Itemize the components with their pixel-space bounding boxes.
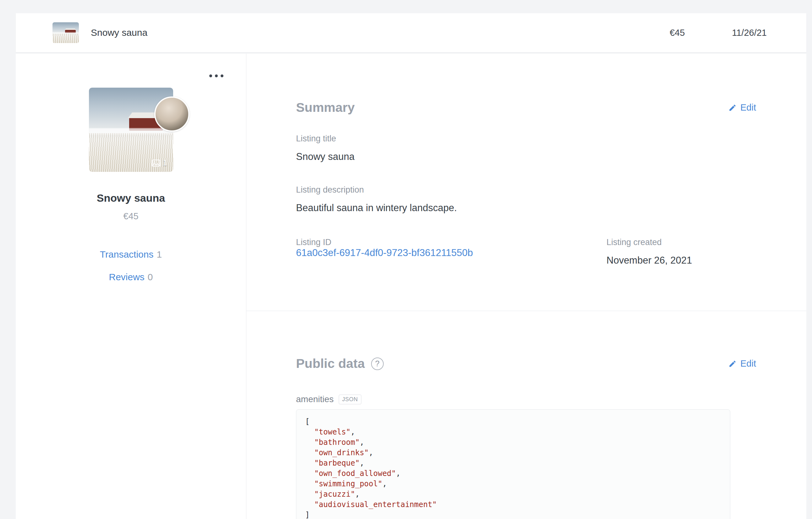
listing-description-value: Beautiful sauna in wintery landscape.	[296, 202, 756, 213]
amenities-label: amenities	[296, 394, 334, 404]
pencil-icon	[728, 360, 736, 368]
thumbnail-reeds-shape	[53, 34, 79, 43]
listing-created-label: Listing created	[607, 237, 692, 247]
image-count-badge: 1	[152, 158, 168, 168]
json-format-badge: JSON	[339, 395, 361, 404]
transactions-link-label: Transactions	[100, 249, 154, 260]
summary-section: Summary Edit Listing title Snowy sauna L…	[246, 54, 806, 266]
header-listing-title: Snowy sauna	[91, 27, 147, 38]
photo-icon	[152, 160, 160, 167]
summary-edit-button[interactable]: Edit	[728, 103, 756, 113]
summary-heading: Summary	[296, 100, 355, 115]
listing-detail-page: Snowy sauna €45 11/26/21	[0, 0, 812, 519]
listing-created-field: Listing created November 26, 2021	[607, 237, 692, 266]
listing-description-field: Listing description Beautiful sauna in w…	[296, 185, 756, 213]
image-count-value: 1	[163, 158, 168, 168]
header-listing-price: €45	[670, 28, 685, 38]
pencil-icon	[728, 104, 736, 112]
public-data-heading-text: Public data	[296, 356, 365, 371]
listing-id-label: Listing ID	[296, 237, 607, 247]
reviews-count: 0	[148, 272, 153, 282]
public-data-edit-button[interactable]: Edit	[728, 358, 756, 369]
listing-header-bar: Snowy sauna €45 11/26/21	[16, 13, 806, 52]
more-actions-button[interactable]	[209, 75, 224, 77]
sidebar-link-reviews[interactable]: Reviews0	[16, 272, 246, 283]
public-data-edit-label: Edit	[741, 358, 756, 369]
listing-created-value: November 26, 2021	[607, 255, 692, 266]
sidebar-listing-title: Snowy sauna	[16, 192, 246, 204]
transactions-count: 1	[156, 249, 162, 260]
sidebar-listing-price: €45	[16, 211, 246, 222]
listing-main-panel: Summary Edit Listing title Snowy sauna L…	[246, 54, 806, 519]
listing-detail-card: 1 Snowy sauna €45 Transactions1 Reviews0…	[16, 54, 806, 519]
listing-meta-row: Listing ID 61a0c3ef-6917-4df0-9723-bf361…	[296, 237, 756, 266]
ellipsis-icon	[209, 75, 212, 77]
reviews-link-label: Reviews	[109, 272, 144, 282]
amenities-field-header: amenities JSON	[296, 394, 756, 404]
listing-thumbnail	[53, 22, 79, 43]
public-data-heading: Public data ?	[296, 356, 384, 371]
listing-title-field: Listing title Snowy sauna	[296, 134, 756, 163]
listing-sidebar: 1 Snowy sauna €45 Transactions1 Reviews0	[16, 54, 246, 519]
sidebar-link-transactions[interactable]: Transactions1	[16, 249, 246, 260]
listing-description-label: Listing description	[296, 185, 756, 195]
listing-id-link[interactable]: 61a0c3ef-6917-4df0-9723-bf361211550b	[296, 247, 473, 258]
amenities-json-value: [ "towels", "bathroom", "own_drinks", "b…	[296, 409, 730, 519]
summary-edit-label: Edit	[741, 103, 756, 113]
listing-title-label: Listing title	[296, 134, 756, 144]
provider-avatar[interactable]	[154, 96, 190, 132]
header-listing-date: 11/26/21	[732, 28, 767, 38]
listing-photo-wrap: 1	[89, 88, 173, 172]
help-icon[interactable]: ?	[371, 357, 384, 370]
listing-title-value: Snowy sauna	[296, 151, 756, 163]
public-data-section: Public data ? Edit amenities JSON [ "tow…	[246, 311, 806, 519]
listing-id-field: Listing ID 61a0c3ef-6917-4df0-9723-bf361…	[296, 237, 607, 266]
